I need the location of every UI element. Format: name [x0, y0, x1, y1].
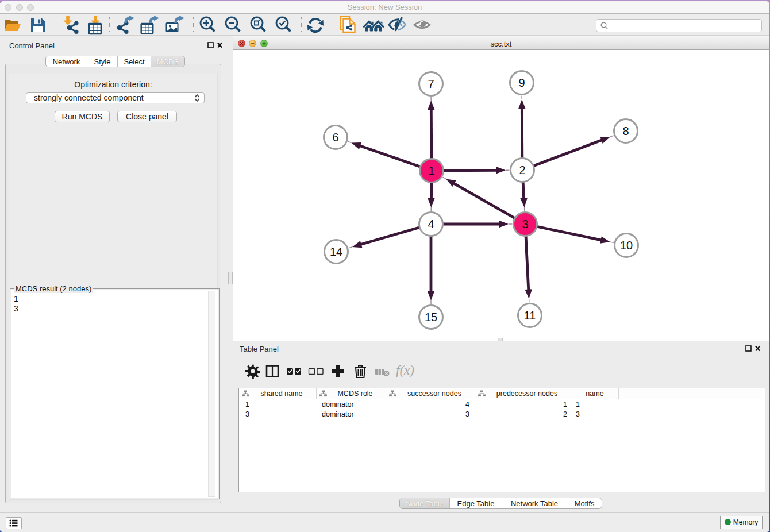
svg-text:10: 10 — [620, 239, 633, 252]
svg-text:8: 8 — [622, 125, 629, 137]
svg-text:15: 15 — [425, 311, 437, 323]
svg-text:3: 3 — [522, 218, 528, 230]
svg-text:2: 2 — [519, 164, 525, 176]
svg-text:6: 6 — [332, 131, 338, 144]
svg-text:7: 7 — [428, 78, 434, 90]
svg-text:14: 14 — [330, 245, 342, 258]
svg-text:9: 9 — [518, 76, 525, 89]
svg-text:1: 1 — [428, 164, 434, 177]
svg-text:4: 4 — [428, 218, 434, 230]
svg-text:11: 11 — [524, 309, 536, 322]
